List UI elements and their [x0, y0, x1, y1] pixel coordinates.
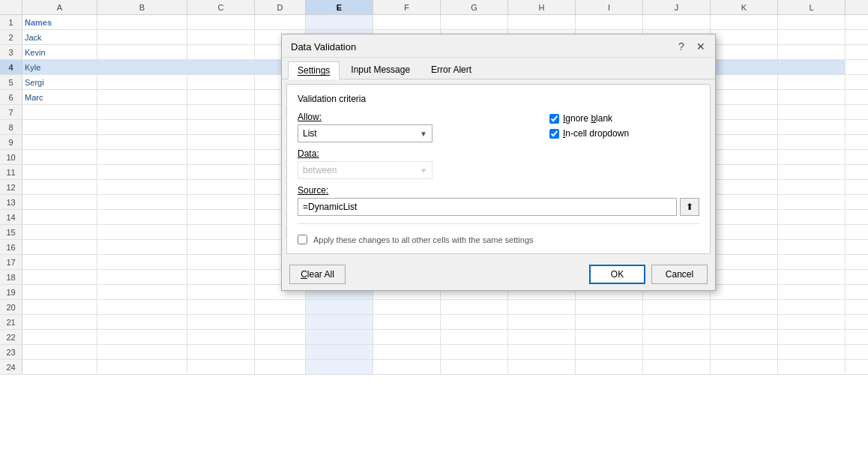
cell-b4[interactable] — [97, 60, 187, 74]
col-header-i[interactable]: I — [576, 0, 643, 14]
cell-f1[interactable] — [373, 15, 441, 29]
incell-dropdown-checkbox[interactable] — [549, 129, 559, 139]
col-header-c[interactable]: C — [187, 0, 255, 14]
allow-select-wrapper: List ▼ — [298, 124, 433, 142]
col-header-m[interactable]: M — [846, 0, 868, 14]
table-row: 23 — [0, 345, 868, 360]
data-validation-dialog: Data Validation ? ✕ Settings Input Messa… — [281, 34, 716, 291]
cell-l5[interactable] — [778, 75, 846, 89]
close-button[interactable]: ✕ — [694, 40, 708, 52]
col-header-k[interactable]: K — [711, 0, 778, 14]
cell-k4[interactable] — [711, 60, 778, 74]
cancel-button[interactable]: Cancel — [651, 265, 708, 284]
dialog-tabs: Settings Input Message Error Alert — [282, 58, 715, 79]
cell-c5[interactable] — [187, 75, 255, 89]
col-header-f[interactable]: F — [373, 0, 441, 14]
cell-a6[interactable]: Marc — [22, 90, 97, 104]
col-header-e[interactable]: E — [306, 0, 373, 14]
incell-dropdown-label: In-cell dropdown — [563, 128, 629, 139]
dialog-title: Data Validation — [291, 41, 356, 52]
tab-error-alert[interactable]: Error Alert — [421, 61, 481, 79]
tab-settings[interactable]: Settings — [288, 61, 340, 79]
ok-label: OK — [611, 269, 624, 280]
tab-input-message-label: Input Message — [351, 64, 410, 75]
cell-l3[interactable] — [778, 45, 846, 59]
clear-all-button[interactable]: Clear All — [289, 265, 346, 284]
tab-input-message[interactable]: Input Message — [341, 61, 420, 79]
apply-all-checkbox[interactable] — [298, 235, 307, 244]
row-num-1: 1 — [0, 15, 22, 29]
cell-c3[interactable] — [187, 45, 255, 59]
cell-k2[interactable] — [711, 30, 778, 44]
row-num-5: 5 — [0, 75, 22, 89]
data-select[interactable]: between ▼ — [298, 161, 433, 179]
ignore-blank-checkbox[interactable] — [549, 114, 559, 124]
cell-b5[interactable] — [97, 75, 187, 89]
col-header-j[interactable]: J — [643, 0, 711, 14]
cell-b2[interactable] — [97, 30, 187, 44]
table-row: 22 — [0, 330, 868, 345]
cell-g1[interactable] — [441, 15, 508, 29]
help-button[interactable]: ? — [675, 40, 688, 52]
cell-l6[interactable] — [778, 90, 846, 104]
cancel-label: Cancel — [666, 269, 693, 280]
corner-cell — [0, 0, 22, 14]
cell-b6[interactable] — [97, 90, 187, 104]
cell-c2[interactable] — [187, 30, 255, 44]
cell-c1[interactable] — [187, 15, 255, 29]
dialog-controls: ? ✕ — [675, 40, 708, 52]
col-header-l[interactable]: L — [778, 0, 846, 14]
cell-k3[interactable] — [711, 45, 778, 59]
cell-e1[interactable] — [306, 15, 373, 29]
cell-a5[interactable]: Sergi — [22, 75, 97, 89]
allow-label: Allow: — [298, 112, 540, 122]
cell-d1[interactable] — [255, 15, 306, 29]
allow-data-left: Allow: List ▼ Data: between ▼ — [298, 112, 549, 179]
table-row: 21 — [0, 315, 868, 330]
tab-error-alert-label: Error Alert — [431, 64, 471, 75]
col-header-d[interactable]: D — [255, 0, 306, 14]
cell-l2[interactable] — [778, 30, 846, 44]
cell-l4[interactable] — [778, 60, 846, 74]
footer-right: OK Cancel — [589, 265, 708, 284]
source-row: Source: ⬆ — [298, 185, 699, 216]
column-headers: A B C D E F G H I J K L M — [0, 0, 868, 15]
incell-dropdown-row: In-cell dropdown — [549, 128, 699, 139]
cell-a4[interactable]: Kyle — [22, 60, 97, 74]
cell-k6[interactable] — [711, 90, 778, 104]
cell-a3[interactable]: Kevin — [22, 45, 97, 59]
cell-h1[interactable] — [508, 15, 576, 29]
cell-i1[interactable] — [576, 15, 643, 29]
cell-b3[interactable] — [97, 45, 187, 59]
col-header-g[interactable]: G — [441, 0, 508, 14]
tab-settings-label: Settings — [298, 65, 330, 76]
checkboxes-area: Ignore blank In-cell dropdown — [549, 112, 699, 143]
cell-a1[interactable]: Names — [22, 15, 97, 29]
footer-left: Clear All — [289, 265, 346, 284]
data-label: Data: — [298, 148, 540, 159]
cell-k5[interactable] — [711, 75, 778, 89]
cell-l1[interactable] — [778, 15, 846, 29]
data-select-wrapper: between ▼ — [298, 161, 433, 179]
cell-a2[interactable]: Jack — [22, 30, 97, 44]
col-header-h[interactable]: H — [508, 0, 576, 14]
cell-c6[interactable] — [187, 90, 255, 104]
table-row: 20 — [0, 300, 868, 315]
ok-button[interactable]: OK — [589, 265, 645, 284]
cell-c4[interactable] — [187, 60, 255, 74]
table-row: 1 Names — [0, 15, 868, 30]
col-header-a[interactable]: A — [22, 0, 97, 14]
cell-k1[interactable] — [711, 15, 778, 29]
clear-all-label: Clear All — [301, 269, 334, 280]
cell-j1[interactable] — [643, 15, 711, 29]
source-range-button[interactable]: ⬆ — [680, 198, 699, 216]
allow-select[interactable]: List ▼ — [298, 124, 433, 142]
source-input[interactable] — [298, 198, 677, 216]
source-range-icon: ⬆ — [686, 202, 693, 212]
dialog-body: Validation criteria Allow: List ▼ Data: — [286, 84, 711, 254]
allow-value: List — [303, 128, 317, 139]
row-num-6: 6 — [0, 90, 22, 104]
col-header-b[interactable]: B — [97, 0, 187, 14]
cell-b1[interactable] — [97, 15, 187, 29]
allow-dropdown-arrow: ▼ — [420, 130, 427, 138]
